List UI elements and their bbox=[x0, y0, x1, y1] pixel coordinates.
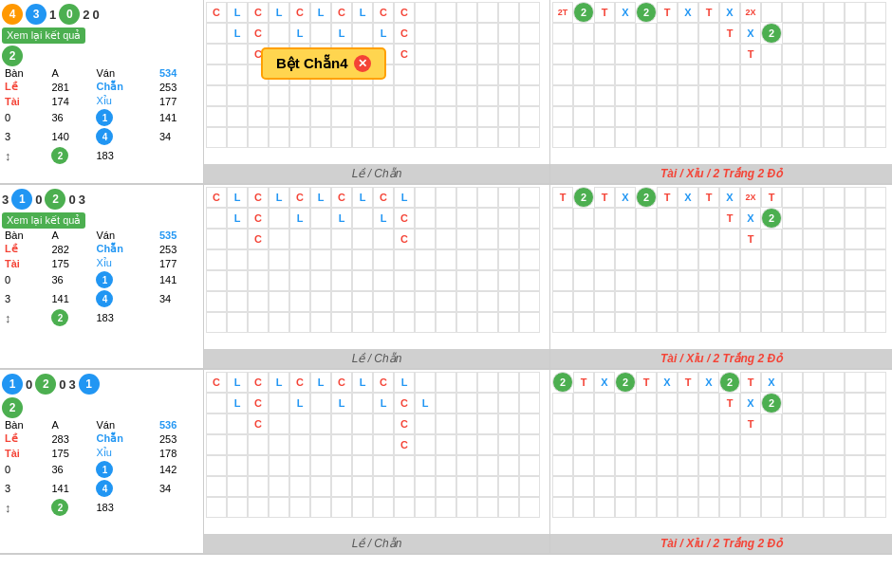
right-cell-2-3-7 bbox=[698, 249, 719, 270]
right-cell-3-4-4 bbox=[636, 455, 657, 476]
top-num-3-3: 0 bbox=[59, 377, 65, 392]
left-cell-2-2-14 bbox=[498, 229, 519, 249]
right-cell-1-6-4 bbox=[636, 127, 657, 148]
table-row-2-4: 3141434 bbox=[2, 289, 201, 308]
left-cell-1-4-5 bbox=[310, 85, 331, 106]
inline-circle2-3: 2 bbox=[51, 499, 68, 516]
right-cell-2-5-6 bbox=[678, 291, 698, 312]
bet-popup-close-1[interactable]: ✕ bbox=[354, 55, 371, 72]
right-cell-1-6-12 bbox=[803, 127, 824, 148]
left-cell-1-1-5 bbox=[310, 23, 331, 44]
left-cell-1-1-12 bbox=[456, 23, 477, 44]
right-cell-2-2-3 bbox=[615, 229, 636, 249]
left-cell-3-0-10 bbox=[415, 372, 436, 393]
right-cell-1-5-8 bbox=[719, 106, 740, 127]
left-cell-2-6-8 bbox=[373, 312, 394, 333]
cell-label-2-3: 0 bbox=[2, 270, 48, 289]
right-cell-2-6-10 bbox=[761, 312, 782, 333]
left-cell-3-3-10 bbox=[415, 434, 436, 455]
right-cell-3-6-7 bbox=[698, 497, 719, 518]
table-row-1-4: 3140434 bbox=[2, 127, 201, 146]
cell-chan-3: Chẵn bbox=[93, 432, 156, 446]
right-cell-2-6-12 bbox=[803, 312, 824, 333]
right-cell-2-4-11 bbox=[782, 270, 803, 291]
right-cell-2-5-2 bbox=[594, 291, 615, 312]
left-cell-3-2-13 bbox=[477, 413, 498, 434]
right-cell-3-0-4: T bbox=[636, 372, 657, 393]
left-cell-3-3-15 bbox=[519, 434, 540, 455]
review-btn-2[interactable]: Xem lại kết quả bbox=[2, 212, 85, 229]
left-cell-1-2-9: C bbox=[394, 44, 415, 64]
left-cell-2-0-9: L bbox=[394, 187, 415, 208]
left-cell-3-6-8 bbox=[373, 497, 394, 518]
right-cell-2-6-9 bbox=[740, 312, 761, 333]
left-cell-3-3-14 bbox=[498, 434, 519, 455]
left-cell-2-5-14 bbox=[498, 291, 519, 312]
right-cell-2-3-13 bbox=[824, 249, 845, 270]
right-cell-3-3-10 bbox=[761, 434, 782, 455]
right-cell-3-3-15 bbox=[865, 434, 886, 455]
right-cell-2-2-5 bbox=[657, 229, 678, 249]
left-cell-2-0-6: C bbox=[331, 187, 352, 208]
right-cell-3-2-4 bbox=[636, 413, 657, 434]
right-cell-3-0-12 bbox=[803, 372, 824, 393]
left-cell-3-2-7 bbox=[352, 413, 373, 434]
circle-1-1: 3 bbox=[26, 4, 46, 25]
data-table-2: BànAVán535Lề282Chẵn253Tài175Xỉu177036114… bbox=[2, 229, 201, 327]
left-cell-3-1-8: L bbox=[373, 393, 394, 413]
left-cell-1-4-6 bbox=[331, 85, 352, 106]
left-cell-1-1-2: C bbox=[248, 23, 269, 44]
cell-circle-1-3: 1 bbox=[93, 108, 156, 127]
left-cell-3-4-6 bbox=[331, 455, 352, 476]
circle-3-0: 1 bbox=[2, 374, 23, 395]
right-cell-3-2-3 bbox=[615, 413, 636, 434]
left-cell-1-1-3 bbox=[269, 23, 289, 44]
cell-tai-num1-3: 175 bbox=[48, 446, 93, 460]
right-cell-3-1-6 bbox=[678, 393, 698, 413]
right-cell-2-2-1 bbox=[573, 229, 594, 249]
right-cell-2-5-10 bbox=[761, 291, 782, 312]
right-cell-2-5-3 bbox=[615, 291, 636, 312]
left-cell-1-0-3: L bbox=[269, 2, 289, 23]
left-cell-2-4-7 bbox=[352, 270, 373, 291]
review-btn-1[interactable]: Xem lại kết quả bbox=[2, 28, 85, 44]
right-cell-2-6-14 bbox=[845, 312, 865, 333]
left-cell-2-1-10 bbox=[415, 208, 436, 229]
left-cell-2-3-7 bbox=[352, 249, 373, 270]
left-cell-1-4-12 bbox=[456, 85, 477, 106]
right-cell-1-1-9: X bbox=[740, 23, 761, 44]
right-cell-3-2-11 bbox=[782, 413, 803, 434]
left-cell-2-5-13 bbox=[477, 291, 498, 312]
right-cell-1-1-14 bbox=[845, 23, 865, 44]
left-cell-2-3-9 bbox=[394, 249, 415, 270]
right-cell-2-3-2 bbox=[594, 249, 615, 270]
right-cell-2-0-10: T bbox=[761, 187, 782, 208]
top-num-2-2: 0 bbox=[35, 193, 42, 207]
right-cell-1-2-4 bbox=[636, 44, 657, 64]
bet-popup-1[interactable]: Bệt Chẵn4✕ bbox=[261, 47, 386, 80]
left-cell-1-3-1 bbox=[227, 64, 248, 85]
left-cell-1-1-9: C bbox=[394, 23, 415, 44]
left-cell-2-3-12 bbox=[456, 249, 477, 270]
circle-2-3: 2 bbox=[45, 189, 65, 210]
cell-le-num2-2: 253 bbox=[157, 242, 201, 256]
right-cell-1-2-14 bbox=[845, 44, 865, 64]
left-cell-1-1-0 bbox=[206, 23, 227, 44]
table-row-1-2: Tài174Xỉu177 bbox=[2, 94, 201, 108]
right-cell-1-2-13 bbox=[824, 44, 845, 64]
right-cell-2-5-12 bbox=[803, 291, 824, 312]
footer-left-1: Lề / Chẵn bbox=[204, 164, 549, 183]
right-cell-1-0-0: 2T bbox=[552, 2, 573, 23]
cell-van-num-2: 535 bbox=[157, 229, 201, 242]
left-cell-2-3-3 bbox=[269, 249, 289, 270]
inline-circle-3-4: 4 bbox=[96, 480, 113, 497]
right-cell-2-0-2: T bbox=[594, 187, 615, 208]
left-cell-2-1-11 bbox=[436, 208, 456, 229]
right-cell-2-4-15 bbox=[865, 270, 886, 291]
right-cell-1-4-14 bbox=[845, 85, 865, 106]
left-cell-3-3-7 bbox=[352, 434, 373, 455]
left-cell-3-6-6 bbox=[331, 497, 352, 518]
right-cell-1-5-14 bbox=[845, 106, 865, 127]
table-row-2-2: Tài175Xỉu177 bbox=[2, 256, 201, 270]
left-cell-3-5-5 bbox=[310, 476, 331, 497]
